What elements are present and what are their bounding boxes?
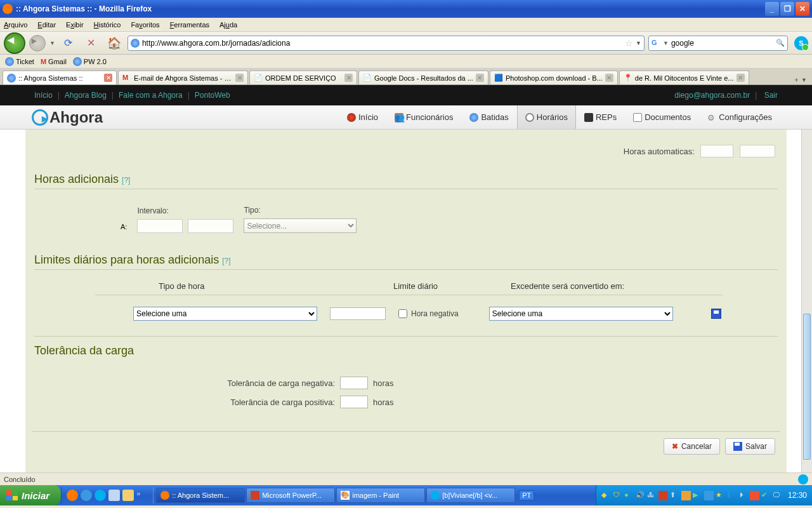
tray-clock[interactable]: 12:30 (788, 491, 807, 500)
cancel-button[interactable]: ✖Cancelar (664, 438, 720, 455)
search-input[interactable] (671, 39, 773, 48)
scrollbar-thumb[interactable] (803, 314, 811, 460)
nav-funcionarios[interactable]: 👥Funcionários (386, 105, 461, 129)
tray-network-icon[interactable]: 🖧 (647, 491, 657, 500)
topbar-blog[interactable]: Ahgora Blog (65, 91, 107, 100)
forward-button[interactable]: ► (29, 35, 46, 51)
language-indicator[interactable]: PT (519, 490, 534, 500)
back-button[interactable]: ◄ (4, 32, 25, 54)
skype-icon[interactable]: S (794, 36, 808, 50)
limite-diario-input[interactable] (330, 307, 386, 320)
tab-maps[interactable]: 📍 de R. Mil Oitocentos E Vinte e... ✕ (619, 70, 749, 84)
menu-editar[interactable]: Editar (37, 21, 56, 29)
tab-close-icon[interactable]: ✕ (476, 74, 484, 82)
tray-icon[interactable]: ● (624, 491, 634, 500)
tray-icon[interactable]: 🖵 (773, 491, 782, 500)
tray-icon[interactable]: ▶ (693, 491, 702, 500)
help-link[interactable]: [?] (122, 176, 130, 185)
new-tab-button[interactable]: ＋ (793, 75, 800, 84)
quicklaunch-skype-icon[interactable] (95, 490, 106, 501)
tray-icon[interactable]: 🞂 (738, 491, 748, 500)
nav-inicio[interactable]: Início (339, 105, 386, 129)
window-maximize-button[interactable]: ❐ (780, 2, 794, 16)
tray-icon[interactable] (750, 491, 759, 500)
topbar-inicio[interactable]: Início (34, 91, 53, 100)
menu-exibir[interactable]: Exibir (66, 21, 84, 29)
start-button[interactable]: Iniciar (0, 485, 61, 505)
tray-bluetooth-icon[interactable]: ᛒ (727, 491, 737, 500)
window-close-button[interactable]: ✕ (796, 2, 809, 16)
url-dropdown-icon[interactable]: ▼ (636, 40, 641, 46)
task-powerpoint[interactable]: Microsoft PowerP... (246, 488, 335, 503)
horas-auto-input-1[interactable] (700, 145, 733, 157)
save-row-icon[interactable] (711, 309, 721, 319)
save-button[interactable]: Salvar (725, 438, 775, 455)
nav-configuracoes[interactable]: ⚙Configurações (699, 105, 780, 129)
tab-close-icon[interactable]: ✕ (605, 74, 613, 82)
nav-documentos[interactable]: Documentos (625, 105, 699, 129)
search-engine-dropdown-icon[interactable]: ▼ (663, 40, 669, 46)
tray-icon[interactable]: ◆ (601, 491, 611, 500)
menu-historico[interactable]: Histórico (94, 21, 121, 29)
tab-close-icon[interactable]: ✕ (737, 74, 745, 82)
tray-icon[interactable]: ✔ (761, 491, 771, 500)
nav-batidas[interactable]: Batidas (461, 105, 516, 129)
tray-volume-icon[interactable]: 🔊 (636, 491, 645, 500)
tray-shield-icon[interactable]: 🛡 (613, 491, 622, 500)
tab-ordem[interactable]: 📄 ORDEM DE SERVIÇO ✕ (249, 70, 357, 84)
nav-horarios[interactable]: Horários (517, 105, 576, 129)
menu-arquivo[interactable]: Arquivo (4, 21, 27, 29)
tab-list-button[interactable]: ▼ (801, 77, 807, 83)
reload-button[interactable]: ⟳ (59, 34, 78, 53)
url-bar[interactable]: ☆ ▼ (128, 36, 645, 51)
tab-gdocs[interactable]: 📄 Google Docs - Resultados da ... ✕ (358, 70, 488, 84)
home-button[interactable]: 🏠 (105, 34, 124, 53)
nav-reps[interactable]: REPs (576, 105, 625, 129)
tray-icon[interactable] (704, 491, 714, 500)
intervalo-input-2[interactable] (188, 219, 233, 233)
tolerancia-positiva-input[interactable] (340, 396, 368, 408)
bookmark-ticket[interactable]: Ticket (5, 57, 34, 66)
tipo-hora-select[interactable]: Selecione uma (133, 307, 317, 321)
quicklaunch-firefox-icon[interactable] (67, 490, 78, 501)
tab-close-icon[interactable]: ✕ (344, 74, 353, 82)
topbar-sair[interactable]: Sair (764, 91, 778, 100)
excedente-select[interactable]: Selecione uma (489, 307, 673, 321)
url-input[interactable] (142, 39, 622, 48)
topbar-fale[interactable]: Fale com a Ahgora (119, 91, 183, 100)
tab-email[interactable]: M E-mail de Ahgora Sistemas - E... ✕ (118, 70, 248, 84)
vertical-scrollbar[interactable] (801, 130, 812, 472)
tipo-select[interactable]: Selecione... (244, 218, 357, 233)
nav-dropdown-icon[interactable]: ▼ (49, 40, 55, 46)
task-paint[interactable]: 🎨imagem - Paint (336, 488, 425, 503)
tab-photoshop[interactable]: 🟦 Photoshop.com download - B... ✕ (490, 70, 618, 84)
search-go-icon[interactable]: 🔍 (776, 39, 785, 47)
menu-favoritos[interactable]: Favoritos (131, 21, 159, 29)
ahgora-logo[interactable]: Ahgora (32, 109, 103, 126)
bookmark-pw20[interactable]: PW 2.0 (73, 57, 107, 66)
quicklaunch-desktop-icon[interactable] (108, 490, 120, 501)
tray-icon[interactable]: ★ (716, 491, 725, 500)
topbar-user-email[interactable]: diego@ahgora.com.br (674, 91, 750, 100)
topbar-pontoweb[interactable]: PontoWeb (195, 91, 230, 100)
task-firefox[interactable]: :: Ahgora Sistem... (156, 488, 245, 503)
intervalo-input-1[interactable] (137, 219, 183, 233)
tray-icon[interactable] (681, 491, 691, 500)
stop-button[interactable]: ✕ (82, 34, 101, 53)
skype-status-icon[interactable] (798, 474, 808, 485)
quicklaunch-chevron-icon[interactable]: » (136, 490, 148, 501)
tab-close-icon[interactable]: ✕ (104, 74, 112, 82)
menu-ferramentas[interactable]: Ferramentas (170, 21, 209, 29)
menu-ajuda[interactable]: Ajuda (219, 21, 237, 29)
search-bar[interactable]: G ▼ 🔍 (648, 36, 788, 51)
hora-negativa-checkbox[interactable] (398, 309, 407, 318)
help-link[interactable]: [?] (222, 257, 230, 265)
horas-auto-input-2[interactable] (740, 145, 775, 157)
window-minimize-button[interactable]: _ (765, 2, 779, 16)
quicklaunch-explorer-icon[interactable] (122, 490, 134, 501)
quicklaunch-ie-icon[interactable] (81, 490, 92, 501)
tolerancia-negativa-input[interactable] (340, 377, 368, 389)
tray-icon[interactable]: ⬆ (670, 491, 679, 500)
tray-icon[interactable] (658, 491, 668, 500)
bookmark-gmail[interactable]: MGmail (41, 58, 67, 65)
